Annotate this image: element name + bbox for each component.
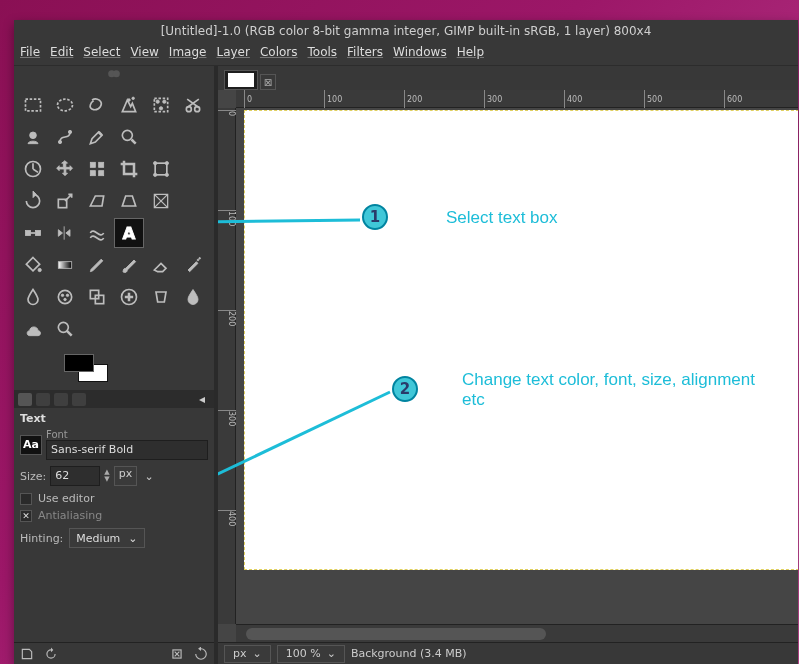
- svg-point-8: [163, 100, 166, 103]
- ruler-tick: 200: [218, 310, 236, 326]
- ruler-tick: 400: [218, 510, 236, 526]
- hinting-select[interactable]: Medium ⌄: [69, 528, 144, 548]
- tool-dodge-burn[interactable]: [50, 314, 80, 344]
- save-preset-icon[interactable]: [20, 647, 34, 661]
- fg-color-swatch[interactable]: [64, 354, 94, 372]
- tool-empty: [146, 314, 176, 344]
- tool-rectangle-select[interactable]: [18, 90, 48, 120]
- tool-color-picker[interactable]: [82, 122, 112, 152]
- tool-bucket-fill[interactable]: [18, 250, 48, 280]
- tool-free-select[interactable]: [82, 90, 112, 120]
- close-tab-icon[interactable]: ⊠: [260, 74, 276, 90]
- tool-handle-transform[interactable]: [18, 218, 48, 248]
- tool-pencil[interactable]: [82, 250, 112, 280]
- tool-move[interactable]: [50, 154, 80, 184]
- tool-rotate[interactable]: [18, 186, 48, 216]
- use-editor-label: Use editor: [38, 492, 94, 505]
- font-input[interactable]: Sans-serif Bold: [46, 440, 208, 460]
- menu-tools[interactable]: Tools: [308, 45, 338, 62]
- tool-empty: [146, 122, 176, 152]
- menu-windows[interactable]: Windows: [393, 45, 447, 62]
- scrollbar-thumb[interactable]: [246, 628, 546, 640]
- svg-point-1: [113, 70, 120, 77]
- svg-point-23: [165, 162, 168, 165]
- tool-unified-transform[interactable]: [146, 154, 176, 184]
- tool-perspective-clone[interactable]: [146, 282, 176, 312]
- tab-tool-options[interactable]: [18, 393, 32, 406]
- toolbox-grid: A: [14, 84, 214, 350]
- tool-iscissors[interactable]: [178, 90, 208, 120]
- tab-history[interactable]: [54, 393, 68, 406]
- tool-text[interactable]: A: [114, 218, 144, 248]
- svg-point-4: [128, 99, 131, 102]
- tool-heal[interactable]: [114, 282, 144, 312]
- status-bar: px⌄ 100 %⌄ Background (3.4 MB): [218, 642, 798, 664]
- svg-rect-27: [26, 231, 31, 236]
- svg-rect-31: [58, 262, 71, 269]
- image-tab[interactable]: [224, 70, 258, 90]
- tool-empty: [178, 314, 208, 344]
- tool-cage[interactable]: [146, 186, 176, 216]
- svg-rect-19: [90, 171, 95, 176]
- horizontal-ruler[interactable]: 0100200300400500600700: [236, 90, 798, 108]
- size-down-icon[interactable]: ▼: [104, 476, 109, 483]
- image-area: ⊠ 0100200300400500600700 0100200300400 1…: [218, 66, 798, 664]
- tab-device[interactable]: [36, 393, 50, 406]
- tool-paintbrush[interactable]: [114, 250, 144, 280]
- size-unit-chevron-icon[interactable]: ⌄: [141, 468, 157, 484]
- tool-crop[interactable]: [114, 154, 144, 184]
- tool-scale[interactable]: [50, 186, 80, 216]
- tool-perspective[interactable]: [114, 186, 144, 216]
- svg-point-15: [122, 130, 132, 140]
- font-icon[interactable]: Aa: [20, 435, 42, 455]
- reset-preset-icon[interactable]: [194, 647, 208, 661]
- tool-airbrush[interactable]: [178, 250, 208, 280]
- image-page[interactable]: [244, 110, 798, 570]
- image-tabs: ⊠: [218, 66, 798, 90]
- unit-selector[interactable]: px⌄: [224, 645, 271, 663]
- tool-fuzzy-select[interactable]: [114, 90, 144, 120]
- tool-warp[interactable]: [82, 218, 112, 248]
- tool-zoom[interactable]: [114, 122, 144, 152]
- menu-colors[interactable]: Colors: [260, 45, 298, 62]
- vertical-ruler[interactable]: 0100200300400: [218, 108, 236, 624]
- tool-clone[interactable]: [82, 282, 112, 312]
- ruler-tick: 100: [218, 210, 236, 226]
- tool-shear[interactable]: [82, 186, 112, 216]
- tool-paths[interactable]: [50, 122, 80, 152]
- tool-blur-sharpen[interactable]: [178, 282, 208, 312]
- menu-layer[interactable]: Layer: [216, 45, 249, 62]
- canvas[interactable]: 1 Select text box 2 Change text color, f…: [236, 108, 798, 624]
- menu-select[interactable]: Select: [83, 45, 120, 62]
- horizontal-scrollbar[interactable]: [236, 624, 798, 642]
- use-editor-checkbox[interactable]: [20, 493, 32, 505]
- tool-flip[interactable]: [50, 218, 80, 248]
- tool-gradient[interactable]: [50, 250, 80, 280]
- zoom-selector[interactable]: 100 %⌄: [277, 645, 345, 663]
- tab-menu-chevron-icon[interactable]: ◂: [194, 391, 210, 407]
- menu-image[interactable]: Image: [169, 45, 207, 62]
- tab-images[interactable]: [72, 393, 86, 406]
- color-swatches[interactable]: [64, 354, 124, 384]
- menu-help[interactable]: Help: [457, 45, 484, 62]
- tool-ink[interactable]: [18, 282, 48, 312]
- tool-smudge[interactable]: [18, 314, 48, 344]
- restore-preset-icon[interactable]: [44, 647, 58, 661]
- size-input[interactable]: 62: [50, 466, 100, 486]
- tool-eraser[interactable]: [146, 250, 176, 280]
- image-thumb: [228, 73, 254, 87]
- tool-color-select[interactable]: [146, 90, 176, 120]
- menu-filters[interactable]: Filters: [347, 45, 383, 62]
- tool-align[interactable]: [82, 154, 112, 184]
- menu-edit[interactable]: Edit: [50, 45, 73, 62]
- antialiasing-checkbox[interactable]: ✕: [20, 510, 32, 522]
- tool-foreground-select[interactable]: [18, 122, 48, 152]
- tool-measure[interactable]: [18, 154, 48, 184]
- font-label: Font: [46, 429, 208, 440]
- size-unit[interactable]: px: [114, 466, 138, 486]
- tool-ellipse-select[interactable]: [50, 90, 80, 120]
- menu-file[interactable]: File: [20, 45, 40, 62]
- delete-preset-icon[interactable]: [170, 647, 184, 661]
- tool-mypaint[interactable]: [50, 282, 80, 312]
- menu-view[interactable]: View: [130, 45, 158, 62]
